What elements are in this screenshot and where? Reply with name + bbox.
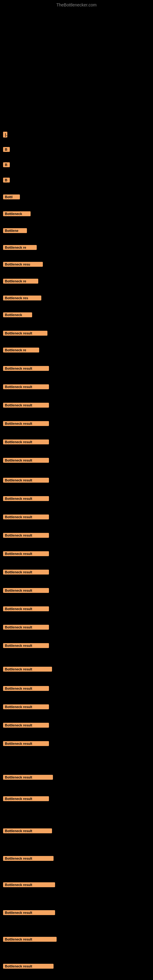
badge-7[interactable]: Bottlene: [3, 228, 27, 233]
badge-4[interactable]: B: [3, 178, 10, 183]
badge-28[interactable]: Bottleneck result: [3, 606, 49, 611]
badge-36[interactable]: Bottleneck result: [3, 775, 53, 780]
badge-23[interactable]: Bottleneck result: [3, 514, 49, 519]
badge-34[interactable]: Bottleneck result: [3, 723, 49, 728]
badge-17[interactable]: Bottleneck result: [3, 403, 49, 407]
badge-30[interactable]: Bottleneck result: [3, 643, 49, 648]
badge-39[interactable]: Bottleneck result: [3, 856, 54, 861]
badge-12[interactable]: Bottleneck: [3, 312, 32, 317]
badge-19[interactable]: Bottleneck result: [3, 439, 49, 444]
badge-32[interactable]: Bottleneck result: [3, 686, 49, 691]
badge-25[interactable]: Bottleneck result: [3, 551, 49, 556]
badge-40[interactable]: Bottleneck result: [3, 882, 55, 887]
badge-5[interactable]: Bottl: [3, 194, 20, 199]
badge-6[interactable]: Bottleneck: [3, 211, 30, 216]
badge-24[interactable]: Bottleneck result: [3, 533, 49, 538]
badge-8[interactable]: Bottleneck re: [3, 245, 37, 250]
badge-13[interactable]: Bottleneck result: [3, 331, 48, 336]
badge-29[interactable]: Bottleneck result: [3, 625, 49, 630]
badge-26[interactable]: Bottleneck result: [3, 570, 49, 574]
badge-2[interactable]: B: [3, 147, 10, 152]
badge-43[interactable]: Bottleneck result: [3, 964, 54, 969]
badge-10[interactable]: Bottleneck re: [3, 279, 38, 283]
badge-22[interactable]: Bottleneck result: [3, 496, 49, 501]
badge-14[interactable]: Bottleneck re: [3, 348, 39, 353]
badge-20[interactable]: Bottleneck result: [3, 458, 49, 463]
badge-21[interactable]: Bottleneck result: [3, 478, 49, 483]
badge-31[interactable]: Bottleneck result: [3, 667, 52, 671]
badge-42[interactable]: Bottleneck result: [3, 937, 57, 942]
badge-35[interactable]: Bottleneck result: [3, 741, 49, 746]
badge-11[interactable]: Bottleneck res: [3, 296, 41, 301]
site-title: TheBottlenecker.com: [56, 2, 97, 7]
badge-27[interactable]: Bottleneck result: [3, 588, 49, 593]
badge-37[interactable]: Bottleneck result: [3, 796, 49, 801]
badge-38[interactable]: Bottleneck result: [3, 829, 52, 833]
badge-3[interactable]: B: [3, 162, 10, 167]
badge-9[interactable]: Bottleneck resu: [3, 262, 43, 267]
badge-18[interactable]: Bottleneck result: [3, 421, 49, 426]
badge-33[interactable]: Bottleneck result: [3, 705, 49, 709]
badge-1[interactable]: |: [3, 132, 7, 137]
badge-41[interactable]: Bottleneck result: [3, 910, 55, 915]
badge-16[interactable]: Bottleneck result: [3, 384, 49, 389]
badge-15[interactable]: Bottleneck result: [3, 366, 49, 371]
